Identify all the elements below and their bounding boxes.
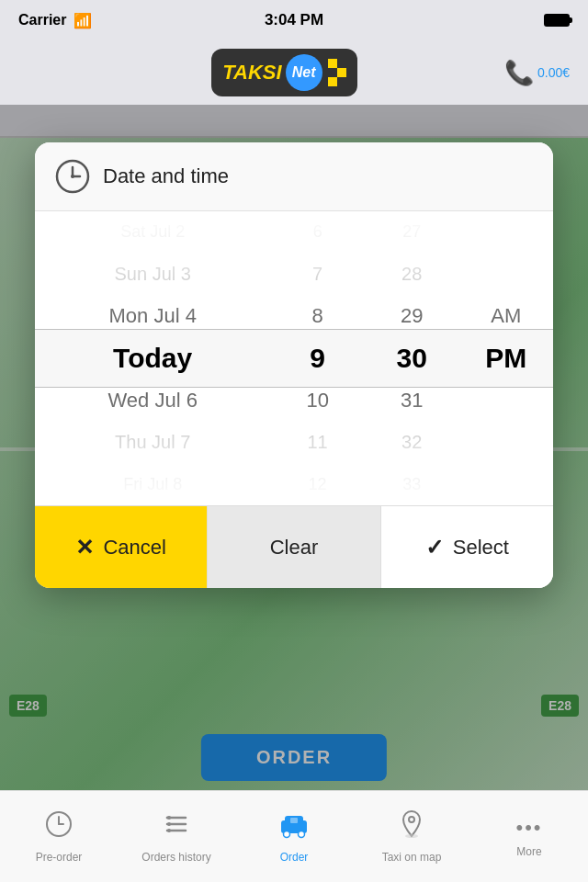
picker-hour-item: 11 [270,422,365,464]
picker-minute-item: 28 [365,254,459,296]
wifi-icon: 📶 [74,12,92,29]
picker-date-item: Fri Jul 8 [35,463,270,505]
svg-point-18 [167,822,171,826]
svg-rect-3 [337,68,346,77]
clock-icon [55,159,90,194]
select-button[interactable]: ✓ Select [380,506,553,588]
picker-ampm-item [458,254,553,296]
taxi-on-map-icon [398,809,425,845]
clear-label: Clear [270,536,319,560]
clock: 3:04 PM [265,11,323,29]
picker-minute-item: 27 [365,211,459,254]
picker-ampm-item [458,422,553,464]
logo-container: TAKSI Net [64,49,504,96]
modal-title: Date and time [103,164,229,188]
more-label: More [516,845,541,858]
svg-rect-24 [290,818,298,823]
picker-ampm-item [458,463,553,505]
status-bar: Carrier 📶 3:04 PM [0,0,588,40]
order-taxi-icon [277,809,311,845]
carrier-label: Carrier [18,12,66,28]
svg-rect-5 [337,77,346,86]
svg-rect-1 [337,59,346,68]
picker-hour-item: 12 [270,463,365,505]
svg-point-22 [284,831,290,838]
modal-buttons: ✕ Cancel Clear ✓ Select [35,505,553,588]
svg-point-26 [405,834,418,838]
cancel-x-icon: ✕ [75,535,94,560]
cancel-label: Cancel [103,536,165,560]
phone-balance: 0.00€ [537,65,570,80]
logo-flag-icon [328,59,346,86]
header-phone[interactable]: 📞 0.00€ [504,59,570,87]
battery-area [544,14,570,27]
picker-date-item: Thu Jul 7 [35,422,270,464]
picker-ampm-item [458,211,553,254]
svg-point-19 [167,829,171,832]
picker-selection-highlight [35,329,553,388]
nav-item-taxi-on-map[interactable]: Taxi on map [353,809,470,864]
order-label: Order [280,851,309,864]
logo-taksi: TAKSI [222,61,281,85]
carrier-info: Carrier 📶 [18,12,92,29]
app-logo: TAKSI Net [211,49,356,96]
select-label: Select [453,536,509,560]
svg-rect-0 [328,59,337,68]
bottom-nav: Pre-order Orders history [0,790,588,882]
svg-point-25 [409,817,414,822]
battery-icon [544,14,570,27]
taxi-on-map-label: Taxi on map [382,851,442,864]
more-icon: ••• [515,816,542,840]
select-check-icon: ✓ [425,535,444,560]
header: TAKSI Net 📞 0.00€ [0,40,588,105]
svg-point-17 [167,816,171,820]
picker-minute-item: 33 [365,463,459,505]
clear-button[interactable]: Clear [207,506,379,588]
cancel-button[interactable]: ✕ Cancel [35,506,207,588]
svg-point-23 [299,831,305,838]
modal-header: Date and time [35,142,553,211]
orders-history-icon [162,809,191,845]
datetime-modal: Date and time Sat Jul 2 Sun Jul 3 Mon Ju… [35,142,553,588]
orders-history-label: Orders history [141,851,210,864]
nav-item-order[interactable]: Order [235,809,353,864]
picker-date-item: Sat Jul 2 [35,211,270,254]
logo-net: Net [286,54,322,91]
svg-rect-4 [328,77,337,86]
nav-item-pre-order[interactable]: Pre-order [0,809,118,864]
nav-item-more[interactable]: ••• More [470,816,588,858]
picker-date-item: Sun Jul 3 [35,254,270,296]
picker-hour-item: 6 [270,211,365,254]
svg-rect-2 [328,68,337,77]
picker-container[interactable]: Sat Jul 2 Sun Jul 3 Mon Jul 4 Today Wed … [35,211,553,505]
pre-order-label: Pre-order [36,851,83,864]
picker-minute-item: 32 [365,422,459,464]
pre-order-icon [44,809,74,845]
picker-hour-item: 7 [270,254,365,296]
svg-point-9 [71,175,74,178]
nav-item-orders-history[interactable]: Orders history [118,809,235,864]
phone-icon: 📞 [504,59,534,87]
